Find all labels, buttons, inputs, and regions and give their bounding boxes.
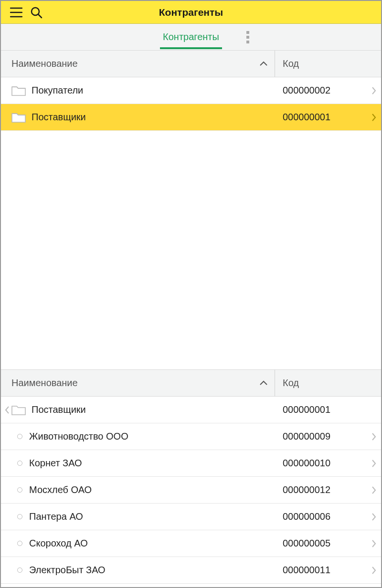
column-code[interactable]: Код: [275, 58, 381, 69]
item-label: Животноводство ООО: [29, 431, 128, 442]
open-folder-code: 000000001: [283, 404, 330, 415]
item-code: 000000006: [283, 511, 330, 522]
hamburger-icon: [10, 7, 22, 18]
svg-line-4: [38, 14, 42, 18]
column-code-label: Код: [283, 378, 299, 388]
disclosure-button[interactable]: [367, 539, 381, 548]
chevron-right-icon: [371, 513, 376, 521]
column-header-top: Наименование Код: [1, 51, 381, 77]
column-header-bottom: Наименование Код: [1, 370, 381, 397]
item-label: Мосхлеб ОАО: [29, 484, 92, 495]
column-name-label: Наименование: [11, 378, 78, 388]
list-item[interactable]: Корнет ЗАО 000000010: [1, 450, 381, 477]
item-bullet-icon: [17, 461, 22, 466]
chevron-right-icon: [371, 539, 376, 548]
item-label: Скороход АО: [29, 538, 88, 549]
kebab-dot-icon: [246, 31, 249, 34]
search-icon: [30, 6, 42, 19]
more-menu-button[interactable]: [244, 28, 252, 46]
search-button[interactable]: [30, 6, 43, 19]
kebab-dot-icon: [246, 36, 249, 39]
item-code: 000000010: [283, 458, 330, 469]
chevron-right-icon: [371, 432, 376, 441]
chevron-right-icon: [371, 459, 376, 468]
folder-code: 000000002: [283, 85, 330, 96]
page-title: Контрагенты: [1, 7, 381, 18]
chevron-right-icon: [371, 86, 376, 95]
folder-list: Покупатели 000000002 Поставщики 00000000…: [1, 77, 381, 131]
column-name[interactable]: Наименование: [1, 370, 275, 396]
menu-button[interactable]: [10, 6, 23, 19]
item-label: ЭлектроБыт ЗАО: [29, 565, 106, 576]
open-folder-row[interactable]: Поставщики 000000001: [1, 397, 381, 423]
folder-code: 000000001: [283, 112, 330, 123]
column-code[interactable]: Код: [275, 378, 381, 388]
item-code: 000000012: [283, 484, 330, 495]
disclosure-button[interactable]: [367, 432, 381, 441]
chevron-right-icon: [371, 113, 376, 122]
sort-asc-icon: [259, 61, 268, 67]
column-code-label: Код: [283, 58, 299, 69]
back-button[interactable]: [5, 406, 10, 414]
tab-contractors[interactable]: Контрагенты: [160, 25, 222, 49]
app-frame: Контрагенты Контрагенты Наименование Код: [0, 0, 382, 588]
list-item[interactable]: Скороход АО 000000005: [1, 530, 381, 557]
list-item[interactable]: Пантера АО 000000006: [1, 504, 381, 530]
item-label: Корнет ЗАО: [29, 458, 82, 469]
folder-open-icon: [11, 404, 26, 416]
disclosure-button[interactable]: [367, 86, 381, 95]
kebab-dot-icon: [246, 41, 249, 43]
item-label: Пантера АО: [29, 511, 83, 522]
list-item[interactable]: Животноводство ООО 000000009: [1, 423, 381, 450]
disclosure-button[interactable]: [367, 459, 381, 468]
folder-label: Поставщики: [32, 112, 86, 123]
list-item[interactable]: Мосхлеб ОАО 000000012: [1, 477, 381, 504]
chevron-left-icon: [5, 406, 10, 414]
disclosure-button[interactable]: [367, 486, 381, 494]
open-folder-label: Поставщики: [32, 404, 86, 415]
item-code: 000000005: [283, 538, 330, 549]
item-bullet-icon: [17, 567, 22, 573]
item-bullet-icon: [17, 514, 22, 519]
sort-asc-icon: [259, 380, 268, 386]
column-name[interactable]: Наименование: [1, 51, 275, 77]
spacer: [1, 131, 381, 369]
tab-bar: Контрагенты: [1, 24, 381, 51]
folder-label: Покупатели: [32, 85, 83, 96]
item-bullet-icon: [17, 434, 22, 439]
folder-row-buyers[interactable]: Покупатели 000000002: [1, 77, 381, 104]
folder-row-suppliers[interactable]: Поставщики 000000001: [1, 104, 381, 131]
chevron-right-icon: [371, 566, 376, 575]
disclosure-button[interactable]: [367, 566, 381, 575]
list-item[interactable]: ЭлектроБыт ЗАО 000000011: [1, 557, 381, 584]
folder-icon: [11, 85, 26, 96]
item-bullet-icon: [17, 487, 22, 493]
column-name-label: Наименование: [11, 58, 78, 69]
disclosure-button[interactable]: [367, 113, 381, 122]
item-bullet-icon: [17, 541, 22, 546]
title-bar: Контрагенты: [1, 1, 381, 24]
detail-panel: Наименование Код Поставщики 000000001: [1, 369, 381, 584]
chevron-right-icon: [371, 486, 376, 494]
item-code: 000000009: [283, 431, 330, 442]
disclosure-button[interactable]: [367, 513, 381, 521]
folder-icon: [11, 112, 26, 123]
spacer: [1, 584, 381, 587]
item-code: 000000011: [283, 565, 330, 576]
